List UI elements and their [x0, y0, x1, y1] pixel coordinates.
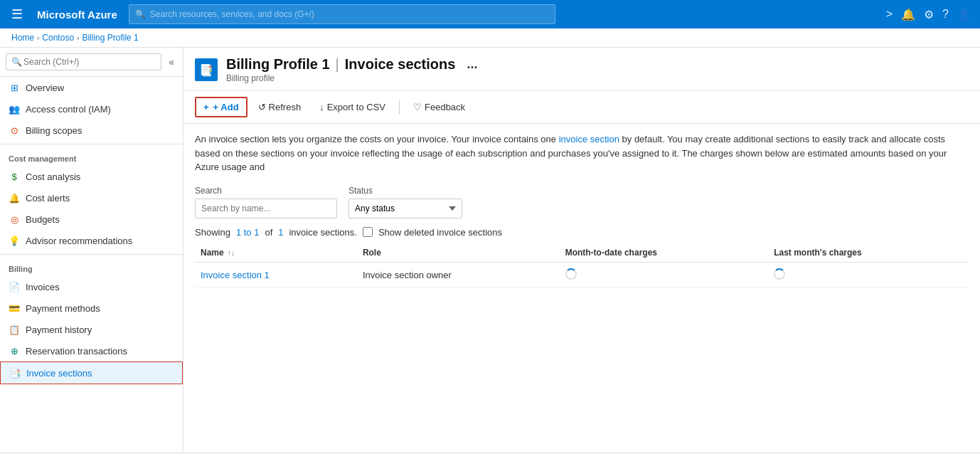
sidebar-item-advisor[interactable]: 💡 Advisor recommendations	[0, 230, 183, 251]
content-area: 📑 Billing Profile 1 | Invoice sections .…	[183, 48, 980, 452]
sidebar-search-icon: 🔍	[11, 57, 22, 67]
add-icon: +	[203, 102, 209, 112]
breadcrumb-billing-profile[interactable]: Billing Profile 1	[82, 33, 138, 43]
month-to-date-spinner	[565, 268, 577, 280]
page-title-group: Billing Profile 1 | Invoice sections ...…	[226, 56, 477, 83]
sidebar-item-label: Budgets	[26, 214, 60, 225]
refresh-icon: ↺	[258, 102, 266, 112]
showing-suffix: invoice sections.	[289, 227, 356, 238]
search-filter: Search	[195, 186, 337, 218]
breadcrumb-sep-2: ›	[77, 34, 79, 42]
sidebar-item-cost-analysis[interactable]: $ Cost analysis	[0, 166, 183, 187]
overview-icon: ⊞	[9, 82, 20, 93]
sidebar-item-label: Access control (IAM)	[26, 104, 111, 115]
help-icon[interactable]: ?	[942, 8, 949, 21]
status-filter-select[interactable]: Any status Active Inactive	[348, 199, 462, 218]
top-navigation: ☰ Microsoft Azure 🔍 Search resources, se…	[0, 0, 980, 28]
breadcrumb-home[interactable]: Home	[11, 33, 34, 43]
content-body: An invoice section lets you organize the…	[183, 124, 980, 452]
cloud-shell-icon[interactable]: >	[886, 8, 893, 21]
sidebar-item-overview[interactable]: ⊞ Overview	[0, 77, 183, 98]
last-month-spinner	[774, 268, 785, 280]
top-nav-icons: > 🔔 ⚙ ? 👤	[886, 8, 971, 21]
sidebar-search-container: 🔍 «	[0, 48, 183, 77]
page-options-button[interactable]: ...	[467, 57, 477, 72]
invoices-icon: 📄	[9, 281, 20, 292]
payment-history-icon: 📋	[9, 324, 20, 335]
showing-row: Showing 1 to 1 of 1 invoice sections. Sh…	[195, 227, 969, 238]
sidebar-collapse-button[interactable]: «	[166, 55, 177, 69]
invoice-sections-icon: 📑	[9, 367, 21, 379]
status-filter-label: Status	[348, 186, 462, 196]
sidebar-item-label: Cost analysis	[26, 171, 80, 182]
toolbar: + + Add ↺ Refresh ↓ Export to CSV ♡ Feed…	[183, 91, 980, 124]
sidebar-item-label: Reservation transactions	[26, 346, 127, 357]
sidebar-search-input[interactable]	[6, 53, 161, 70]
showing-mid: of	[265, 227, 272, 238]
notifications-icon[interactable]: 🔔	[901, 8, 915, 21]
showing-count: 1	[278, 227, 283, 238]
sidebar-item-budgets[interactable]: ◎ Budgets	[0, 208, 183, 230]
cell-month-to-date	[560, 262, 769, 287]
sidebar-item-label: Invoices	[26, 282, 60, 292]
page-icon: 📑	[195, 58, 218, 81]
invoice-section-1-link[interactable]: Invoice section 1	[201, 270, 270, 280]
search-icon: 🔍	[135, 9, 146, 19]
hamburger-menu[interactable]: ☰	[9, 4, 26, 25]
sidebar-item-payment-history[interactable]: 📋 Payment history	[0, 319, 183, 340]
page-header: 📑 Billing Profile 1 | Invoice sections .…	[183, 48, 980, 91]
invoice-sections-table: Name ↑↓ Role Month-to-date charges Last …	[195, 243, 969, 288]
sidebar-item-label: Invoice sections	[26, 368, 92, 379]
user-avatar[interactable]: 👤	[957, 8, 971, 21]
invoice-section-link[interactable]: invoice section	[559, 134, 619, 144]
sidebar-item-label: Cost alerts	[26, 193, 70, 204]
reservation-icon: ⊕	[9, 345, 20, 357]
sidebar-item-label: Payment history	[26, 324, 92, 335]
col-last-month: Last month's charges	[768, 243, 969, 263]
search-filter-label: Search	[195, 186, 337, 196]
table-header-row: Name ↑↓ Role Month-to-date charges Last …	[195, 243, 969, 263]
sidebar-item-payment-methods[interactable]: 💳 Payment methods	[0, 297, 183, 319]
sidebar-divider-2	[0, 254, 183, 255]
breadcrumb-sep-1: ›	[37, 34, 39, 42]
cost-alerts-icon: 🔔	[9, 192, 20, 204]
advisor-icon: 💡	[9, 235, 20, 246]
page-title: Billing Profile 1 | Invoice sections ...	[226, 56, 477, 73]
col-month-to-date: Month-to-date charges	[560, 243, 769, 263]
show-deleted-checkbox[interactable]	[363, 227, 373, 237]
cost-analysis-icon: $	[9, 171, 20, 182]
budgets-icon: ◎	[9, 213, 20, 225]
sidebar-item-label: Billing scopes	[26, 125, 82, 136]
sidebar-divider-1	[0, 144, 183, 144]
settings-icon[interactable]: ⚙	[924, 8, 934, 21]
showing-range: 1 to 1	[236, 227, 260, 238]
sidebar-item-invoices[interactable]: 📄 Invoices	[0, 276, 183, 297]
sidebar-item-reservation-transactions[interactable]: ⊕ Reservation transactions	[0, 340, 183, 361]
toolbar-separator	[399, 100, 400, 115]
feedback-button[interactable]: ♡ Feedback	[405, 97, 473, 117]
sidebar-item-invoice-sections[interactable]: 📑 Invoice sections	[0, 361, 183, 384]
sort-arrows-name[interactable]: ↑↓	[228, 249, 235, 257]
add-button[interactable]: + + Add	[195, 97, 247, 117]
sidebar-item-label: Advisor recommendations	[26, 236, 132, 246]
export-button[interactable]: ↓ Export to CSV	[311, 97, 393, 117]
refresh-button[interactable]: ↺ Refresh	[250, 97, 309, 117]
sidebar-item-iam[interactable]: 👥 Access control (IAM)	[0, 98, 183, 120]
showing-prefix: Showing	[195, 227, 230, 238]
breadcrumb: Home › Contoso › Billing Profile 1	[0, 28, 980, 48]
sidebar-item-cost-alerts[interactable]: 🔔 Cost alerts	[0, 187, 183, 208]
title-separator: |	[336, 56, 339, 73]
sidebar-item-billing-scopes[interactable]: ⊙ Billing scopes	[0, 120, 183, 141]
sidebar-item-label: Payment methods	[26, 303, 100, 314]
search-filter-input[interactable]	[195, 199, 337, 218]
feedback-icon: ♡	[413, 102, 422, 112]
main-layout: 🔍 « ⊞ Overview 👥 Access control (IAM) ⊙ …	[0, 48, 980, 452]
show-deleted-label: Show deleted invoice sections	[378, 227, 502, 238]
cell-last-month	[768, 262, 969, 287]
sidebar-section-cost-management: Cost management	[0, 147, 183, 166]
global-search[interactable]: 🔍 Search resources, services, and docs (…	[129, 4, 555, 24]
billing-scopes-icon: ⊙	[9, 125, 20, 136]
breadcrumb-contoso[interactable]: Contoso	[42, 33, 74, 43]
cell-name: Invoice section 1	[195, 262, 357, 287]
payment-methods-icon: 💳	[9, 302, 20, 314]
